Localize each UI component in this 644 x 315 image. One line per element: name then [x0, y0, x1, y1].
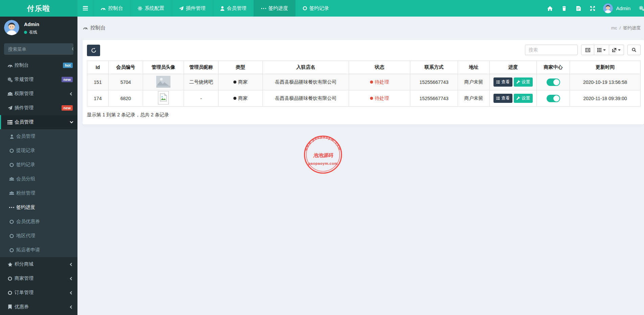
- settings-button[interactable]: [634, 0, 644, 17]
- col-type[interactable]: 类型: [218, 61, 263, 74]
- submenu-item-store-developer-application[interactable]: 拓店者申请: [0, 243, 77, 257]
- breadcrumb-parent[interactable]: mc: [611, 25, 617, 30]
- sidebar-item-order-management[interactable]: 订单管理: [0, 286, 77, 300]
- trash-button[interactable]: [557, 0, 571, 17]
- submenu-item-signing-progress[interactable]: 签约进度: [0, 200, 77, 215]
- home-icon: [547, 6, 553, 11]
- cell-contact: 15255667743: [410, 90, 458, 107]
- user-menu[interactable]: Admin: [600, 0, 634, 17]
- circle-icon: [7, 163, 16, 167]
- cell-address: 商户未留: [458, 74, 490, 90]
- type-dot: [233, 81, 236, 84]
- col-contact[interactable]: 联系方式: [410, 61, 458, 74]
- sidebar-search-button[interactable]: [72, 43, 73, 55]
- ellipsis-icon: [261, 8, 266, 9]
- merchant-center-toggle[interactable]: [547, 78, 560, 86]
- caret-down-icon: [618, 49, 621, 51]
- nav-tab-signing-records[interactable]: 签约记录: [295, 0, 336, 17]
- home-button[interactable]: [543, 0, 557, 17]
- sidebar-search-input[interactable]: [4, 43, 72, 55]
- submenu-item-signing-records[interactable]: 签约记录: [0, 158, 77, 172]
- caret-down-icon: [603, 49, 606, 51]
- cell-member-no: 5704: [109, 74, 143, 90]
- nav-tab-dashboard[interactable]: 控制台: [93, 0, 130, 17]
- col-status[interactable]: 状态: [349, 61, 410, 74]
- dashboard-icon: [5, 63, 15, 67]
- merchant-center-toggle[interactable]: [547, 95, 560, 102]
- sidebar-item-general[interactable]: 常规管理 new: [0, 72, 77, 87]
- cell-merchant-center: [537, 90, 570, 107]
- submenu-item-withdrawal-records[interactable]: 提现记录: [0, 143, 77, 158]
- sidebar-search: [4, 43, 73, 55]
- sidebar-item-coupons[interactable]: 优惠券: [0, 300, 77, 314]
- cell-status: 待处理: [349, 74, 410, 90]
- paper-plane-icon: [179, 6, 184, 11]
- user-icon: [220, 6, 225, 11]
- col-member-no[interactable]: 会员编号: [109, 61, 143, 74]
- search-icon: [632, 48, 636, 52]
- nav-tab-members[interactable]: 会员管理: [213, 0, 254, 17]
- submenu-item-member-management[interactable]: 会员管理: [0, 129, 77, 143]
- sidebar-user-name: Admin: [24, 22, 39, 27]
- submenu-item-fans-management[interactable]: 粉丝管理: [0, 186, 77, 200]
- col-merchant-center[interactable]: 商家中心: [537, 61, 570, 74]
- circle-icon: [7, 234, 16, 238]
- table-search-input[interactable]: [525, 45, 578, 55]
- online-status: 在线: [24, 29, 39, 35]
- col-id[interactable]: Id: [87, 61, 109, 74]
- trash-icon: [562, 6, 566, 11]
- breadcrumb-section[interactable]: 控制台: [83, 25, 106, 31]
- settings-button[interactable]: 设置: [514, 77, 533, 87]
- circle-icon: [5, 291, 15, 295]
- columns-button[interactable]: [594, 45, 609, 55]
- sidebar-item-permissions[interactable]: 权限管理: [0, 87, 77, 101]
- nav-tab-signing-progress[interactable]: 签约进度: [254, 0, 295, 17]
- cell-id: 174: [87, 90, 109, 107]
- list-icon: [496, 81, 500, 84]
- search-button[interactable]: [627, 45, 641, 55]
- submenu-item-regional-agents[interactable]: 地区代理: [0, 229, 77, 243]
- submenu-item-member-coupons[interactable]: 会员优惠券: [0, 215, 77, 229]
- refresh-icon: [91, 48, 96, 53]
- sidebar-item-merchant-management[interactable]: 商家管理: [0, 271, 77, 286]
- col-address[interactable]: 地址: [458, 61, 490, 74]
- col-admin-nickname[interactable]: 管理员昵称: [184, 61, 218, 74]
- cell-progress: 查看 设置: [490, 74, 537, 90]
- nav-tab-plugins[interactable]: 插件管理: [171, 0, 213, 17]
- dashboard-icon: [100, 6, 106, 10]
- sidebar-item-plugins[interactable]: 插件管理 new: [0, 101, 77, 115]
- col-admin-avatar[interactable]: 管理员头像: [143, 61, 184, 74]
- nav-tab-system-config[interactable]: 系统配置: [130, 0, 171, 17]
- col-updated-time[interactable]: 更新时间: [570, 61, 641, 74]
- sidebar-item-member-management[interactable]: 会员管理: [0, 115, 77, 129]
- col-progress[interactable]: 进度: [490, 61, 537, 74]
- brand-logo[interactable]: 付乐啦: [0, 0, 77, 17]
- sidebar-item-points-mall[interactable]: 积分商城: [0, 257, 77, 271]
- refresh-button[interactable]: [87, 45, 100, 56]
- photo-placeholder-thumbnail[interactable]: [156, 76, 170, 88]
- submenu-item-member-groups[interactable]: 会员分组: [0, 172, 77, 186]
- table-toolbar: [87, 45, 641, 56]
- view-button[interactable]: 查看: [493, 94, 512, 103]
- broken-image-icon[interactable]: [158, 91, 169, 105]
- sidebar-avatar: [4, 20, 19, 35]
- users-icon: [7, 191, 16, 195]
- cache-log-icon: [576, 6, 581, 11]
- star-icon: [5, 262, 15, 267]
- badge-new: new: [62, 105, 73, 111]
- columns-grid-icon: [597, 48, 601, 52]
- settings-button[interactable]: 设置: [514, 94, 533, 103]
- export-button[interactable]: [609, 45, 624, 55]
- stamp-arc-text: www.paopaoym.com: [304, 135, 342, 151]
- view-button[interactable]: 查看: [493, 77, 512, 87]
- sidebar-toggle-button[interactable]: [77, 0, 93, 17]
- chevron-left-icon: [70, 92, 73, 95]
- watermark-stamp: www.paopaoym.com 泡泡源码 paopaoym.com: [303, 135, 343, 174]
- col-store-name[interactable]: 入驻店名: [263, 61, 349, 74]
- sidebar-item-dashboard[interactable]: 控制台 hot: [0, 58, 77, 72]
- online-dot: [24, 31, 27, 34]
- clear-cache-button[interactable]: [571, 0, 585, 17]
- toggle-detail-view-button[interactable]: [581, 45, 594, 55]
- gears-icon: [639, 6, 644, 11]
- fullscreen-button[interactable]: [585, 0, 600, 17]
